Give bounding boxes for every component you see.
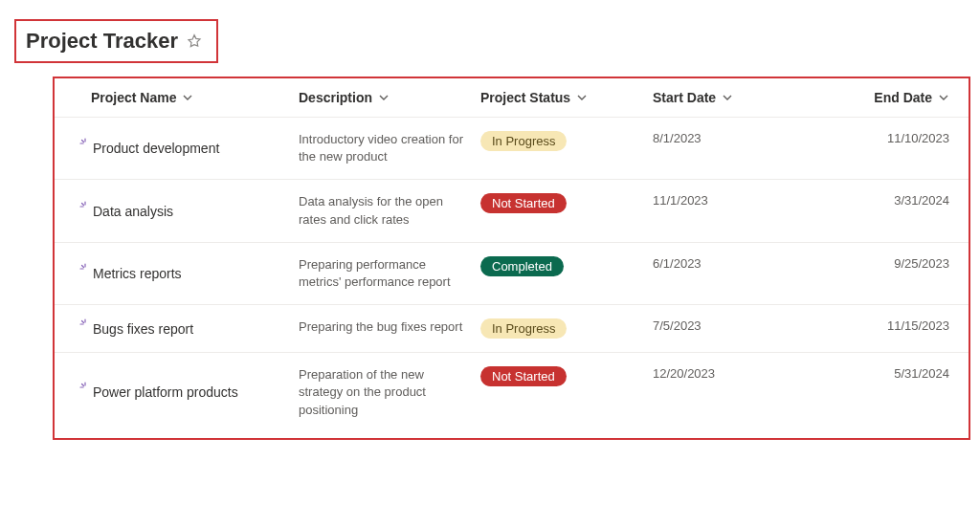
column-header-label: Start Date (653, 90, 716, 105)
chevron-down-icon (182, 92, 193, 103)
column-header-project-name[interactable]: Project Name (55, 90, 299, 105)
svg-line-2 (82, 141, 84, 142)
cell-status: In Progress (480, 131, 653, 165)
status-badge: In Progress (480, 318, 567, 339)
cell-end-date: 5/31/2024 (830, 366, 969, 419)
new-item-icon (81, 387, 91, 397)
column-header-label: Description (299, 90, 372, 105)
cell-start-date: 6/1/2023 (653, 256, 830, 291)
page-title: Project Tracker (26, 29, 178, 54)
chevron-down-icon (576, 92, 588, 103)
column-header-start-date[interactable]: Start Date (653, 90, 830, 105)
column-header-end-date[interactable]: End Date (830, 90, 969, 105)
status-badge: In Progress (480, 131, 567, 151)
cell-project-name: Bugs fixes report (55, 318, 299, 339)
project-name-text: Data analysis (93, 204, 173, 219)
cell-status: Not Started (480, 366, 653, 419)
project-name-text: Metrics reports (93, 266, 182, 281)
cell-start-date: 8/1/2023 (653, 131, 830, 165)
cell-description: Preparation of the new strategy on the p… (299, 366, 480, 419)
cell-project-name: Product development (55, 131, 299, 165)
cell-project-name: Power platform products (55, 366, 299, 419)
column-header-status[interactable]: Project Status (480, 90, 653, 105)
table-row[interactable]: Product developmentIntroductory video cr… (55, 118, 969, 180)
cell-start-date: 11/1/2023 (653, 193, 830, 228)
new-item-icon (81, 324, 91, 334)
column-headers: Project Name Description Project Status … (55, 78, 969, 118)
svg-line-14 (82, 384, 84, 386)
column-header-description[interactable]: Description (299, 90, 480, 105)
new-item-icon (81, 269, 91, 278)
project-name-text: Product development (93, 141, 219, 156)
svg-line-8 (82, 265, 84, 267)
svg-line-11 (82, 320, 84, 322)
cell-start-date: 7/5/2023 (653, 318, 830, 339)
cell-description: Introductory video creation for the new … (299, 131, 480, 165)
cell-status: Not Started (480, 193, 653, 228)
project-list: Project Name Description Project Status … (53, 77, 970, 440)
status-badge: Completed (480, 256, 564, 276)
cell-project-name: Data analysis (55, 193, 299, 228)
chevron-down-icon (938, 92, 949, 103)
cell-start-date: 12/20/2023 (653, 366, 830, 419)
status-badge: Not Started (480, 193, 567, 213)
cell-end-date: 11/15/2023 (830, 318, 969, 339)
cell-status: Completed (480, 256, 653, 291)
project-name-text: Bugs fixes report (93, 321, 193, 337)
column-header-label: End Date (874, 90, 932, 105)
svg-line-5 (82, 203, 84, 205)
cell-end-date: 11/10/2023 (830, 131, 969, 165)
cell-project-name: Metrics reports (55, 256, 299, 291)
column-header-label: Project Name (91, 90, 176, 105)
page-title-container: Project Tracker (14, 19, 218, 63)
chevron-down-icon (722, 92, 733, 103)
new-item-icon (81, 207, 91, 216)
cell-end-date: 9/25/2023 (830, 256, 969, 291)
list-body: Product developmentIntroductory video cr… (55, 118, 969, 432)
chevron-down-icon (378, 92, 390, 103)
status-badge: Not Started (480, 366, 567, 386)
table-row[interactable]: Metrics reportsPreparing performance met… (55, 243, 969, 305)
cell-description: Preparing performance metrics' performan… (299, 256, 480, 291)
favorite-star-icon[interactable] (186, 33, 203, 50)
table-row[interactable]: Power platform productsPreparation of th… (55, 353, 969, 432)
project-name-text: Power platform products (93, 384, 238, 400)
cell-status: In Progress (480, 318, 653, 339)
table-row[interactable]: Data analysisData analysis for the open … (55, 180, 969, 242)
new-item-icon (81, 143, 91, 153)
cell-description: Data analysis for the open rates and cli… (299, 193, 480, 228)
table-row[interactable]: Bugs fixes reportPreparing the bug fixes… (55, 305, 969, 353)
cell-description: Preparing the bug fixes report (299, 318, 480, 339)
column-header-label: Project Status (480, 90, 570, 105)
cell-end-date: 3/31/2024 (830, 193, 969, 228)
